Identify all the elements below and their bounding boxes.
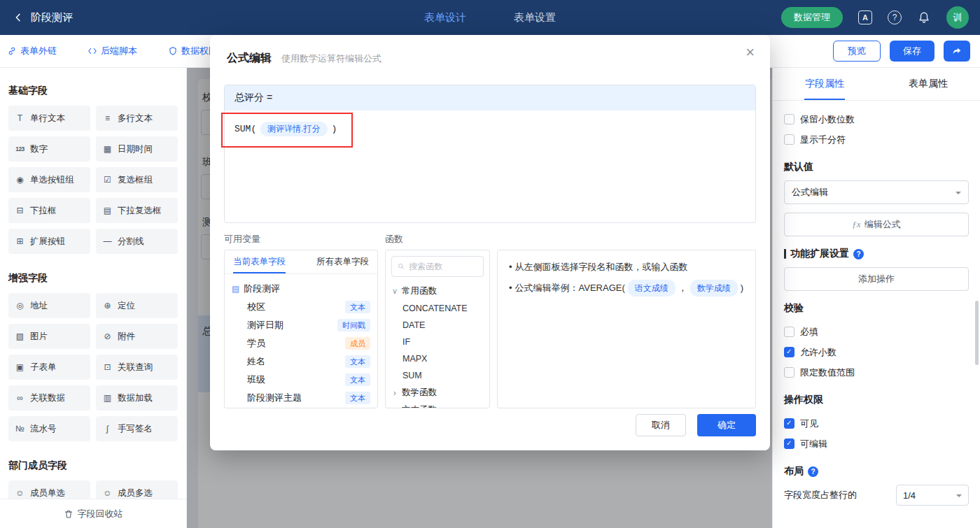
back-icon[interactable] <box>11 10 25 24</box>
chevron-down-icon <box>956 494 962 500</box>
field-dropdown[interactable]: ⊟下拉框 <box>8 198 90 223</box>
field-serial-number[interactable]: №流水号 <box>8 416 90 441</box>
field-radio-group[interactable]: ◉单选按钮组 <box>8 167 90 192</box>
variable-type-tag: 文本 <box>345 301 370 313</box>
field-data-load[interactable]: ▥数据加载 <box>96 385 178 411</box>
confirm-button[interactable]: 确定 <box>697 414 756 436</box>
field-subform[interactable]: ▣子表单 <box>8 355 90 380</box>
search-icon <box>398 262 405 271</box>
variable-row[interactable]: 测评日期时间戳 <box>232 316 370 334</box>
share-button[interactable] <box>944 41 970 62</box>
option-keep-decimal[interactable]: 保留小数位数 <box>784 109 969 129</box>
field-image[interactable]: ▧图片 <box>8 324 90 349</box>
variable-type-tag: 文本 <box>345 373 370 386</box>
field-location[interactable]: ⊕定位 <box>96 293 178 318</box>
tab-all-form-fields[interactable]: 所有表单字段 <box>316 250 369 273</box>
modal-title: 公式编辑 <box>227 50 272 66</box>
field-lookup-query[interactable]: ⊡关联查询 <box>96 355 178 380</box>
formula-editor-area[interactable]: SUM( 测评详情.打分 ) <box>225 110 755 223</box>
checkbox-checked-icon[interactable] <box>784 418 794 429</box>
preview-button[interactable]: 预览 <box>833 41 881 62</box>
add-action-button[interactable]: 添加操作 <box>784 267 969 291</box>
extend-button-icon: ⊞ <box>14 236 26 246</box>
checkbox-icon[interactable] <box>784 327 794 337</box>
function-item[interactable]: DATE <box>391 317 484 334</box>
checkbox-icon[interactable] <box>784 114 794 124</box>
field-signature[interactable]: ∫手写签名 <box>96 416 178 441</box>
variable-row[interactable]: 学员成员 <box>232 334 370 352</box>
variable-tree-root[interactable]: ▤ 阶段测评 <box>232 280 370 298</box>
field-member-multi[interactable]: ☺成员多选 <box>96 480 178 499</box>
extension-settings-title: 功能扩展设置 ? <box>784 248 969 260</box>
field-extend-button[interactable]: ⊞扩展按钮 <box>8 229 90 254</box>
question-icon[interactable]: ? <box>808 466 818 477</box>
field-single-text[interactable]: T单行文本 <box>8 106 90 131</box>
field-recycle-bin[interactable]: 字段回收站 <box>0 499 186 528</box>
cancel-button[interactable]: 取消 <box>636 414 686 436</box>
variable-row[interactable]: 阶段测评主题文本 <box>232 389 370 407</box>
data-manage-button[interactable]: 数据管理 <box>781 7 843 28</box>
checkbox-icon[interactable] <box>784 367 794 378</box>
scrollbar-thumb[interactable] <box>975 301 979 365</box>
field-number[interactable]: 123数字 <box>8 136 90 162</box>
function-item[interactable]: IF <box>391 334 484 350</box>
default-value-select[interactable]: 公式编辑 <box>784 180 969 204</box>
language-icon[interactable]: A <box>858 10 872 24</box>
function-group-math[interactable]: 数学函数 <box>391 384 484 401</box>
avatar[interactable]: 训 <box>946 6 969 29</box>
tab-form-settings[interactable]: 表单设置 <box>514 11 556 24</box>
tab-field-properties[interactable]: 字段属性 <box>773 68 876 100</box>
tab-current-form-fields[interactable]: 当前表单字段 <box>233 250 286 273</box>
function-search-box[interactable] <box>391 256 484 277</box>
tab-form-design[interactable]: 表单设计 <box>424 11 466 24</box>
function-item[interactable]: SUM <box>391 367 484 384</box>
form-document-icon: ▤ <box>232 284 239 294</box>
formula-field-pill[interactable]: 测评详情.打分 <box>260 122 327 136</box>
variable-row[interactable]: 姓名文本 <box>232 352 370 371</box>
option-visible[interactable]: 可见 <box>784 413 969 434</box>
option-limit-range[interactable]: 限定数值范围 <box>784 362 969 383</box>
field-datetime[interactable]: ▦日期时间 <box>96 136 178 162</box>
attachment-icon: ⊘ <box>102 331 113 341</box>
field-multi-dropdown[interactable]: ▤下拉复选框 <box>96 198 178 223</box>
variable-name: 测评日期 <box>247 319 284 331</box>
modal-subtitle: 使用数学运算符编辑公式 <box>281 51 382 66</box>
tab-form-properties[interactable]: 表单属性 <box>876 68 980 100</box>
edit-formula-button[interactable]: ƒx 编辑公式 <box>784 213 969 236</box>
checkbox-icon[interactable] <box>784 134 794 145</box>
checkbox-checked-icon[interactable] <box>784 438 794 449</box>
function-group-common[interactable]: 常用函数 <box>391 283 484 300</box>
question-icon[interactable]: ? <box>853 249 864 259</box>
save-button[interactable]: 保存 <box>890 41 934 62</box>
field-multi-text[interactable]: ≡多行文本 <box>96 106 178 131</box>
option-required[interactable]: 必填 <box>784 322 969 342</box>
tip-text: 从左侧面板选择字段名和函数，或输入函数 <box>509 259 688 275</box>
field-divider[interactable]: —分割线 <box>96 229 178 254</box>
field-member-single[interactable]: ☺成员单选 <box>8 480 90 499</box>
option-editable[interactable]: 可编辑 <box>784 434 969 454</box>
close-icon[interactable]: × <box>746 45 755 60</box>
variable-row[interactable]: 班级文本 <box>232 371 370 389</box>
address-icon: ◎ <box>14 301 26 311</box>
variable-row[interactable]: 校区文本 <box>232 298 370 316</box>
form-external-link[interactable]: 表单外链 <box>7 45 57 57</box>
function-item[interactable]: CONCATENATE <box>391 300 484 317</box>
field-address[interactable]: ◎地址 <box>8 293 90 318</box>
notification-bell-icon[interactable] <box>917 10 931 24</box>
function-group-text[interactable]: 文本函数 <box>391 401 484 408</box>
page-title: 阶段测评 <box>31 11 73 24</box>
help-icon[interactable]: ? <box>888 10 902 24</box>
backend-script-link[interactable]: 后端脚本 <box>88 45 137 57</box>
field-linked-data[interactable]: ∞关联数据 <box>8 385 90 411</box>
checkbox-checked-icon[interactable] <box>784 347 794 357</box>
function-search-input[interactable] <box>409 262 477 271</box>
function-item[interactable]: MAPX <box>391 350 484 367</box>
section-bar <box>784 249 786 259</box>
option-allow-decimal[interactable]: 允许小数 <box>784 342 969 362</box>
field-checkbox-group[interactable]: ☑复选框组 <box>96 167 178 192</box>
variables-label: 可用变量 <box>224 233 385 245</box>
field-width-select[interactable]: 1/4 <box>896 485 969 506</box>
field-attachment[interactable]: ⊘附件 <box>96 324 178 349</box>
option-thousand-separator[interactable]: 显示千分符 <box>784 129 969 150</box>
variable-type-tag: 成员 <box>345 337 370 350</box>
